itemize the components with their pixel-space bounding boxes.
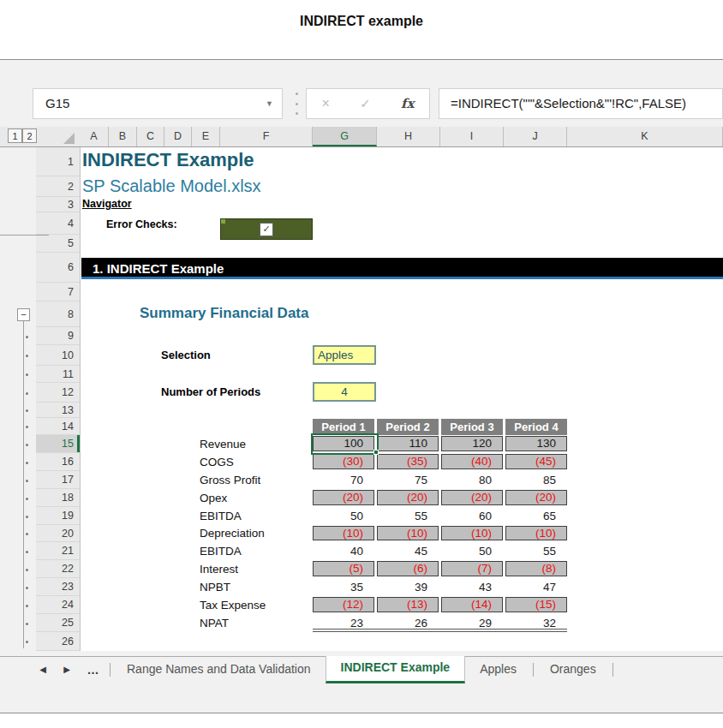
next-sheet-icon[interactable]: ▶ <box>55 665 79 674</box>
table-cell[interactable]: (35) <box>377 454 439 469</box>
column-header-e[interactable]: E <box>192 127 220 146</box>
sheet-overflow-button[interactable]: … <box>79 663 108 677</box>
table-row-label[interactable]: EBITDA <box>200 542 242 560</box>
table-cell[interactable]: (8) <box>505 561 567 576</box>
table-row-label[interactable]: Interest <box>200 560 238 578</box>
cancel-icon[interactable]: × <box>322 96 330 111</box>
row-header-5[interactable]: 5 <box>36 235 80 253</box>
table-cell[interactable]: 39 <box>377 578 439 596</box>
chevron-down-icon[interactable]: ▼ <box>266 89 273 118</box>
row-header-9[interactable]: 9 <box>36 327 80 345</box>
table-cell[interactable]: (13) <box>377 597 439 612</box>
table-cell[interactable]: (30) <box>313 454 374 469</box>
table-row-label[interactable]: EBITDA <box>200 507 242 525</box>
sheet-tab-apples[interactable]: Apples <box>465 657 531 682</box>
row-header-6[interactable]: 6 <box>36 253 80 283</box>
sheet-tab-oranges[interactable]: Oranges <box>535 657 611 682</box>
table-cell[interactable]: (20) <box>505 490 567 505</box>
table-cell[interactable]: 65 <box>505 507 567 525</box>
table-cell[interactable]: 60 <box>441 507 503 525</box>
column-header-h[interactable]: H <box>377 127 440 146</box>
enter-icon[interactable]: ✓ <box>360 96 371 111</box>
table-row-label[interactable]: Opex <box>200 489 227 507</box>
row-header-18[interactable]: 18 <box>36 489 80 507</box>
table-row-label[interactable]: Depreciation <box>200 525 265 542</box>
fill-handle[interactable] <box>373 450 379 455</box>
outline-level-2-button[interactable]: 2 <box>22 128 37 143</box>
sheet-tab-indirect-example[interactable]: INDIRECT Example <box>326 656 466 683</box>
table-cell[interactable]: (45) <box>505 454 567 469</box>
outline-collapse-button[interactable]: − <box>17 308 30 321</box>
table-cell[interactable]: 130 <box>505 436 567 451</box>
checkbox-icon[interactable]: ✓ <box>260 223 273 236</box>
table-cell[interactable]: (12) <box>313 597 374 612</box>
column-header-b[interactable]: B <box>109 127 137 146</box>
select-all-icon[interactable] <box>63 133 75 144</box>
name-box[interactable]: G15 ▼ <box>33 88 283 119</box>
navigator-link[interactable]: Navigator <box>82 198 132 210</box>
table-cell[interactable]: 43 <box>441 578 503 596</box>
row-header-22[interactable]: 22 <box>36 560 80 578</box>
table-cell[interactable]: 55 <box>377 507 439 525</box>
table-cell[interactable]: (40) <box>441 454 503 469</box>
row-header-11[interactable]: 11 <box>36 366 80 383</box>
column-header-d[interactable]: D <box>164 127 192 146</box>
row-header-19[interactable]: 19 <box>36 507 80 525</box>
row-header-14[interactable]: 14 <box>36 418 80 435</box>
table-row-label[interactable]: NPBT <box>200 578 230 596</box>
table-cell[interactable]: (10) <box>505 526 567 540</box>
table-cell[interactable]: 47 <box>505 578 567 596</box>
table-cell[interactable]: 50 <box>441 542 503 560</box>
table-cell[interactable]: (20) <box>441 490 503 505</box>
row-header-20[interactable]: 20 <box>36 525 80 542</box>
column-header-a[interactable]: A <box>80 127 109 146</box>
row-header-8[interactable]: 8 <box>36 301 80 327</box>
row-header-25[interactable]: 25 <box>36 614 80 632</box>
row-header-16[interactable]: 16 <box>36 453 80 471</box>
table-cell[interactable]: (20) <box>313 490 374 505</box>
row-header-12[interactable]: 12 <box>36 383 80 403</box>
table-row-label[interactable]: Tax Expense <box>200 596 266 614</box>
row-header-21[interactable]: 21 <box>36 542 80 560</box>
column-header-f[interactable]: F <box>220 127 313 146</box>
table-row-label[interactable]: Gross Profit <box>200 471 260 489</box>
table-cell[interactable]: 35 <box>313 578 374 596</box>
row-header-23[interactable]: 23 <box>36 578 80 596</box>
row-header-10[interactable]: 10 <box>36 345 80 366</box>
table-cell[interactable]: 85 <box>505 471 567 489</box>
table-cell[interactable]: 110 <box>377 436 439 451</box>
selection-input-cell[interactable]: Apples <box>313 345 376 365</box>
table-cell[interactable]: (14) <box>441 597 503 612</box>
row-header-4[interactable]: 4 <box>36 212 80 235</box>
table-row-label[interactable]: NPAT <box>200 614 229 632</box>
sheet-title-cell[interactable]: INDIRECT Example <box>82 149 254 171</box>
table-cell[interactable]: (7) <box>441 561 503 576</box>
table-cell[interactable]: 70 <box>313 471 374 489</box>
error-checks-cell[interactable]: ✓ <box>220 218 313 240</box>
table-cell[interactable]: 75 <box>377 471 439 489</box>
table-cell[interactable]: (15) <box>505 597 567 612</box>
row-header-3[interactable]: 3 <box>36 197 80 212</box>
table-cell[interactable]: (10) <box>377 526 439 540</box>
table-cell[interactable]: (20) <box>377 490 439 505</box>
row-header-7[interactable]: 7 <box>36 283 80 301</box>
table-cell[interactable]: 45 <box>377 542 439 560</box>
table-cell[interactable]: (6) <box>377 561 439 576</box>
table-cell[interactable]: (5) <box>313 561 374 576</box>
row-header-24[interactable]: 24 <box>36 596 80 614</box>
table-cell[interactable]: (10) <box>313 526 374 540</box>
table-row-label[interactable]: COGS <box>200 453 234 471</box>
sheet-tab-range-names-and-data-validation[interactable]: Range Names and Data Validation <box>112 657 326 682</box>
workbook-name-cell[interactable]: SP Scalable Model.xlsx <box>82 176 261 196</box>
row-header-2[interactable]: 2 <box>36 176 80 197</box>
column-header-j[interactable]: J <box>504 127 567 146</box>
table-cell[interactable]: (10) <box>441 526 503 540</box>
column-header-g[interactable]: G <box>313 127 377 146</box>
row-header-1[interactable]: 1 <box>36 147 80 176</box>
formula-input[interactable]: =INDIRECT("'"&Selection&"'!RC",FALSE) <box>439 88 723 119</box>
row-header-13[interactable]: 13 <box>36 403 80 418</box>
periods-input-cell[interactable]: 4 <box>313 382 376 402</box>
row-header-17[interactable]: 17 <box>36 471 80 489</box>
table-cell[interactable]: 55 <box>505 542 567 560</box>
row-header-26[interactable]: 26 <box>36 632 80 651</box>
